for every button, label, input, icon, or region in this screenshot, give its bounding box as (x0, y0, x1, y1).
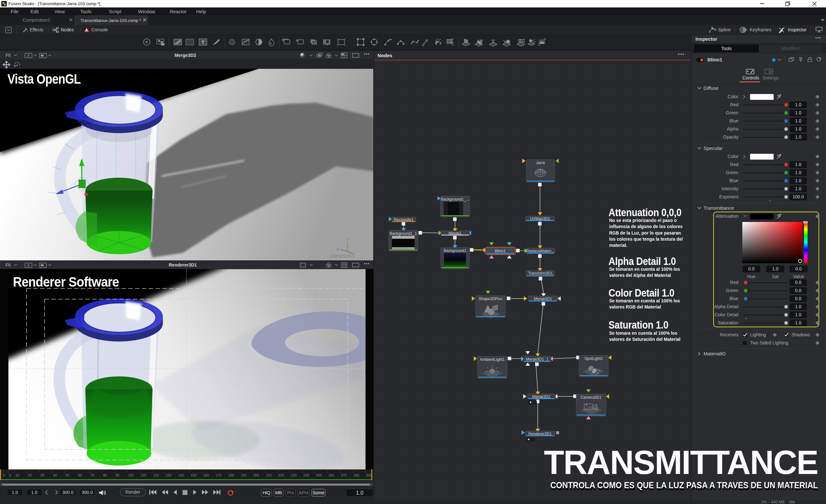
svg-text:220: 220 (279, 473, 284, 477)
svg-text:AmbientLight1: AmbientLight1 (480, 357, 505, 362)
svg-text:T: T (201, 40, 204, 45)
svg-text:250: 250 (316, 473, 322, 477)
svg-text:ReplaceMateri...: ReplaceMateri... (526, 249, 554, 253)
svg-text:Y: Y (346, 238, 349, 242)
svg-text:Background1_...: Background1_... (441, 197, 469, 202)
svg-text:90: 90 (116, 473, 120, 477)
svg-text:5: 5 (9, 473, 11, 477)
svg-text:Camera3D1: Camera3D1 (581, 395, 602, 400)
svg-text:280: 280 (354, 473, 359, 477)
svg-text:Background1: Background1 (444, 248, 467, 253)
svg-text:70: 70 (91, 473, 94, 477)
svg-text:180: 180 (229, 473, 234, 477)
svg-text:120: 120 (153, 473, 159, 477)
svg-text:110: 110 (140, 473, 146, 477)
svg-text:Jarra: Jarra (536, 161, 545, 165)
svg-text:260: 260 (329, 473, 335, 477)
svg-text:170: 170 (216, 473, 222, 477)
svg-text:150: 150 (191, 473, 196, 477)
svg-text:140: 140 (178, 473, 184, 477)
svg-text:Merge3D1: Merge3D1 (534, 297, 552, 301)
svg-text:270: 270 (341, 473, 347, 477)
svg-text:60: 60 (78, 473, 82, 477)
svg-text:T: T (491, 39, 495, 45)
svg-text:Merge3D1_1: Merge3D1_1 (526, 357, 548, 362)
svg-text:Transform3D1: Transform3D1 (528, 271, 553, 275)
svg-text:Camera3D1: Camera3D1 (330, 253, 355, 258)
svg-text:20: 20 (28, 473, 32, 477)
svg-text:30: 30 (41, 473, 44, 477)
svg-text:230: 230 (291, 473, 297, 477)
svg-text:240: 240 (303, 473, 309, 477)
svg-text:80: 80 (103, 473, 107, 477)
svg-text:Shape3DPiso: Shape3DPiso (479, 297, 503, 301)
svg-text:SpotLight1: SpotLight1 (584, 356, 603, 361)
svg-text:130: 130 (166, 473, 172, 477)
svg-text:10: 10 (15, 473, 19, 477)
svg-text:A: A (27, 54, 30, 58)
svg-text:50: 50 (66, 473, 69, 477)
svg-text:210: 210 (266, 473, 272, 477)
svg-text:160: 160 (203, 473, 209, 477)
svg-text:A: A (27, 263, 30, 267)
svg-text:Z: Z (337, 247, 339, 251)
svg-text:A: A (85, 28, 87, 32)
svg-text:Background1_1: Background1_1 (390, 231, 417, 236)
svg-text:290: 290 (366, 473, 372, 477)
svg-text:100: 100 (128, 473, 134, 477)
svg-text:Blinn1: Blinn1 (495, 249, 506, 253)
svg-text:190: 190 (241, 473, 247, 477)
svg-text:200: 200 (253, 473, 259, 477)
svg-text:0: 0 (3, 473, 5, 477)
svg-text:40: 40 (53, 473, 57, 477)
